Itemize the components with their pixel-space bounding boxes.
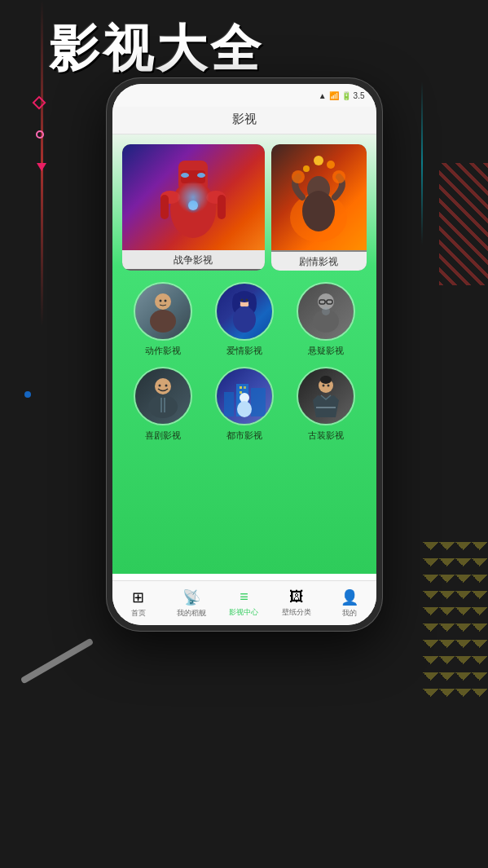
category-action[interactable]: 动作影视 bbox=[134, 282, 192, 357]
svg-rect-10 bbox=[218, 195, 226, 219]
mine-icon: 👤 bbox=[341, 588, 358, 606]
category-row-2: 喜剧影视 bbox=[122, 367, 367, 442]
svg-point-39 bbox=[165, 385, 167, 387]
svg-point-22 bbox=[164, 300, 166, 302]
nav-ship[interactable]: 📡 我的稻舰 bbox=[165, 588, 218, 619]
svg-point-19 bbox=[155, 293, 171, 310]
mystery-svg bbox=[301, 287, 350, 336]
ship-icon: 📡 bbox=[182, 588, 200, 606]
wallpaper-icon: 🖼 bbox=[289, 588, 304, 606]
aladdin-svg bbox=[286, 152, 351, 242]
bg-stroke-diagonal bbox=[20, 638, 95, 685]
mine-label: 我的 bbox=[342, 608, 357, 619]
svg-point-35 bbox=[322, 307, 330, 315]
phone-outer: ▲ 📶 🔋 3.5 影视 bbox=[106, 77, 383, 632]
ancient-thumb bbox=[297, 367, 355, 425]
bg-stripe-red bbox=[439, 163, 488, 285]
status-bar: ▲ 📶 🔋 3.5 bbox=[112, 84, 376, 107]
city-thumb bbox=[215, 367, 274, 425]
svg-point-14 bbox=[292, 170, 305, 183]
action-svg bbox=[138, 287, 187, 336]
home-icon: ⊞ bbox=[132, 588, 144, 606]
nav-home[interactable]: ⊞ 首页 bbox=[112, 588, 165, 619]
mystery-bg bbox=[298, 284, 354, 339]
movie-center-icon: ≡ bbox=[240, 588, 248, 606]
app-title: 影视 bbox=[232, 112, 257, 126]
svg-rect-46 bbox=[244, 386, 246, 389]
comedy-thumb bbox=[134, 367, 192, 425]
category-row-1: 动作影视 bbox=[122, 282, 367, 357]
category-romance[interactable]: 爱情影视 bbox=[215, 282, 274, 357]
ancient-bg bbox=[298, 368, 354, 424]
svg-point-27 bbox=[233, 306, 256, 333]
nav-movie-center[interactable]: ≡ 影视中心 bbox=[218, 588, 270, 618]
svg-point-4 bbox=[197, 173, 205, 178]
svg-point-18 bbox=[314, 156, 323, 165]
bg-triangle bbox=[37, 163, 46, 171]
comedy-svg bbox=[138, 372, 187, 421]
status-icons: ▲ 📶 🔋 3.5 bbox=[319, 91, 365, 100]
bg-stripe-yellow bbox=[423, 542, 488, 705]
city-bg bbox=[217, 368, 272, 424]
svg-point-15 bbox=[332, 170, 345, 183]
comedy-label: 喜剧影视 bbox=[145, 430, 181, 442]
svg-rect-52 bbox=[324, 376, 328, 382]
bottom-navigation: ⊞ 首页 📡 我的稻舰 ≡ 影视中心 🖼 壁纸分类 👤 我的 bbox=[112, 580, 376, 625]
svg-point-20 bbox=[150, 310, 176, 333]
category-comedy[interactable]: 喜剧影视 bbox=[134, 367, 192, 442]
svg-point-36 bbox=[155, 378, 171, 394]
mystery-thumb bbox=[297, 282, 355, 341]
ancient-svg bbox=[301, 372, 350, 421]
app-content: 战争影视 bbox=[112, 134, 376, 574]
romance-svg bbox=[220, 287, 269, 336]
category-city[interactable]: 都市影视 bbox=[215, 367, 274, 442]
svg-point-55 bbox=[327, 385, 329, 387]
romance-bg bbox=[217, 284, 272, 339]
drama-label: 剧情影视 bbox=[271, 252, 367, 271]
comedy-bg bbox=[135, 368, 191, 424]
war-label: 战争影视 bbox=[122, 250, 265, 269]
featured-drama[interactable]: 剧情影视 bbox=[271, 144, 367, 271]
bg-diamond bbox=[33, 96, 46, 110]
page-title: 影视大全 bbox=[49, 15, 264, 83]
phone-mockup: ▲ 📶 🔋 3.5 影视 bbox=[106, 77, 383, 632]
svg-point-28 bbox=[240, 299, 243, 302]
city-label: 都市影视 bbox=[226, 430, 262, 442]
svg-point-38 bbox=[158, 385, 160, 387]
svg-rect-45 bbox=[240, 386, 242, 389]
app-header: 影视 bbox=[112, 107, 376, 134]
category-mystery[interactable]: 悬疑影视 bbox=[297, 282, 355, 357]
svg-point-21 bbox=[159, 300, 161, 302]
svg-point-17 bbox=[327, 161, 335, 169]
battery-level: 3.5 bbox=[354, 91, 365, 100]
phone-inner: ▲ 📶 🔋 3.5 影视 bbox=[112, 84, 376, 625]
iron-man-thumbnail bbox=[122, 144, 265, 250]
svg-point-13 bbox=[302, 191, 335, 231]
bg-circle bbox=[36, 130, 44, 139]
action-thumb bbox=[134, 282, 192, 341]
action-bg bbox=[135, 284, 191, 339]
romance-label: 爱情影视 bbox=[226, 345, 262, 357]
signal-icon: ▲ bbox=[319, 91, 327, 100]
city-svg bbox=[220, 372, 269, 421]
svg-point-54 bbox=[322, 385, 324, 387]
featured-war[interactable]: 战争影视 bbox=[122, 144, 265, 271]
svg-rect-47 bbox=[240, 391, 242, 394]
nav-mine[interactable]: 👤 我的 bbox=[323, 588, 376, 619]
battery-icon: 🔋 bbox=[341, 91, 351, 100]
nav-wallpaper[interactable]: 🖼 壁纸分类 bbox=[270, 588, 323, 618]
action-label: 动作影视 bbox=[145, 345, 181, 357]
wallpaper-label: 壁纸分类 bbox=[282, 607, 311, 618]
movie-center-label: 影视中心 bbox=[229, 607, 258, 618]
svg-rect-9 bbox=[160, 195, 169, 219]
mystery-label: 悬疑影视 bbox=[308, 345, 344, 357]
category-ancient[interactable]: 古装影视 bbox=[297, 367, 355, 442]
svg-point-37 bbox=[148, 395, 178, 418]
featured-row: 战争影视 bbox=[122, 144, 367, 271]
svg-rect-44 bbox=[251, 388, 266, 416]
home-label: 首页 bbox=[131, 608, 146, 619]
iron-man-glow bbox=[177, 181, 209, 214]
wifi-icon: 📶 bbox=[329, 91, 339, 100]
ship-label: 我的稻舰 bbox=[177, 608, 206, 619]
svg-point-16 bbox=[303, 165, 310, 172]
